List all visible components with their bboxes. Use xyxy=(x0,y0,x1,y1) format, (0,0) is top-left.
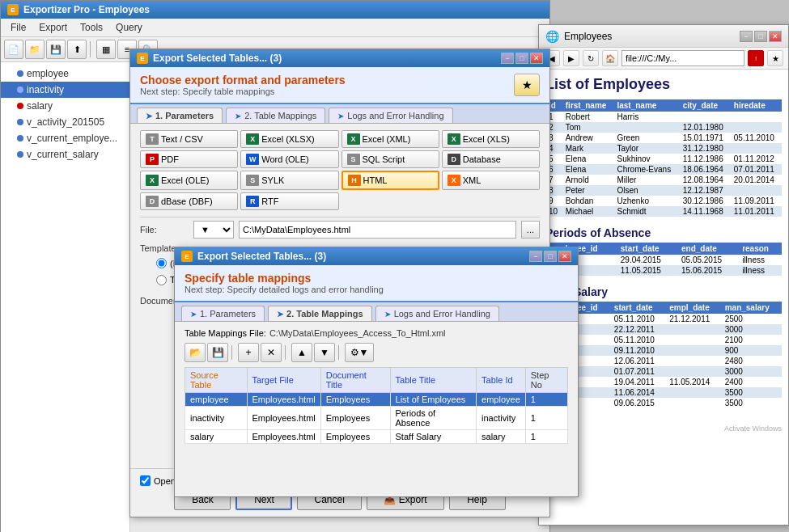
dialog-front-header-subtitle: Next step: Specify detailed logs and err… xyxy=(185,285,568,294)
sidebar-dot xyxy=(17,135,23,141)
mappings-open-btn[interactable]: 📂 xyxy=(185,343,206,362)
menu-tools[interactable]: Tools xyxy=(74,20,109,35)
list-item: 312.06.20112480 xyxy=(545,356,782,366)
radio-none-input[interactable] xyxy=(156,258,167,268)
section2-title: Periods of Absence xyxy=(545,226,782,239)
row1-source: employee xyxy=(185,393,248,407)
format-text-csv[interactable]: T Text / CSV xyxy=(140,130,238,148)
file-type-select[interactable]: ▼ xyxy=(193,221,234,239)
dialog-back-header-subtitle: Next step: Specify table mappings xyxy=(140,87,346,96)
format-pdf[interactable]: P PDF xyxy=(140,150,238,168)
format-dbase[interactable]: D dBase (DBF) xyxy=(140,192,238,210)
tab-arrow: ➤ xyxy=(384,310,391,319)
format-excel-xlsx[interactable]: X Excel (XLSX) xyxy=(240,130,338,148)
browser-home-btn[interactable]: 🏠 xyxy=(602,50,618,66)
dialog-front-controls: − □ ✕ xyxy=(529,251,571,262)
csv-icon: T xyxy=(146,133,159,145)
star-button[interactable]: ★ xyxy=(514,74,540,96)
format-sylk[interactable]: S SYLK xyxy=(240,171,338,190)
xls-icon: X xyxy=(448,133,460,145)
sidebar-item-vcurrent-salary[interactable]: v_current_salary xyxy=(1,146,129,163)
browser-star-btn[interactable]: ★ xyxy=(767,50,783,66)
mappings-settings-btn[interactable]: ⚙▼ xyxy=(345,343,374,362)
dialog-back-close[interactable]: ✕ xyxy=(530,53,543,64)
sidebar-item-salary[interactable]: salary xyxy=(1,98,129,114)
list-item: 222.12.20113000 xyxy=(545,324,782,335)
mappings-toolbar: 📂 💾 + ✕ ▲ ▼ ⚙▼ xyxy=(185,343,568,362)
tab-front-mappings-label: 2. Table Mappings xyxy=(286,309,363,319)
dialog-front-minimize[interactable]: − xyxy=(529,251,542,262)
browser-refresh-btn[interactable]: ↻ xyxy=(583,50,599,66)
sidebar-item-vcurrent-employee[interactable]: v_current_employe... xyxy=(1,130,129,146)
tab-table-mappings[interactable]: ➤ 2. Table Mappings xyxy=(226,108,325,123)
col-doc-title: Document Title xyxy=(320,368,390,393)
format-rtf[interactable]: R RTF xyxy=(240,192,338,210)
file-browse-btn[interactable]: ... xyxy=(521,221,540,239)
format-sql[interactable]: S SQL Script xyxy=(341,150,439,168)
toolbar-grid[interactable]: ▦ xyxy=(96,40,116,59)
toolbar-open[interactable]: 📁 xyxy=(25,40,45,59)
format-word-ole[interactable]: W Word (OLE) xyxy=(240,150,338,168)
dialog-back-minimize[interactable]: − xyxy=(501,53,514,64)
mappings-delete-btn[interactable]: ✕ xyxy=(261,343,282,362)
browser-nav: ◀ ▶ ↻ 🏠 ! ★ xyxy=(539,48,788,70)
browser-forward-btn[interactable]: ▶ xyxy=(563,50,579,66)
radio-template-input[interactable] xyxy=(156,275,167,285)
sidebar-item-employee[interactable]: employee xyxy=(1,65,129,82)
menu-query[interactable]: Query xyxy=(109,20,149,35)
format-excel-ole[interactable]: X Excel (OLE) xyxy=(140,171,238,190)
toolbar-save[interactable]: 💾 xyxy=(46,40,66,59)
browser-go-btn[interactable]: ! xyxy=(748,50,764,66)
menu-file[interactable]: File xyxy=(4,20,32,35)
dialog-front-close[interactable]: ✕ xyxy=(558,251,571,262)
browser-maximize[interactable]: □ xyxy=(754,31,767,42)
row1-doc-title: Employees xyxy=(320,393,390,407)
mappings-save-btn[interactable]: 💾 xyxy=(207,343,228,362)
sidebar-dot xyxy=(17,103,23,109)
browser-close[interactable]: ✕ xyxy=(769,31,782,42)
row2-target: Employees.html xyxy=(247,407,320,430)
table-row[interactable]: employee Employees.html Employees List o… xyxy=(185,393,568,407)
row1-target: Employees.html xyxy=(247,393,320,407)
format-html[interactable]: H HTML xyxy=(341,171,439,190)
mappings-add-btn[interactable]: + xyxy=(238,343,259,362)
tab-front-logs[interactable]: ➤ Logs and Error Handling xyxy=(375,306,499,321)
toolbar-new[interactable]: 📄 xyxy=(4,40,23,59)
open-target-checkbox[interactable] xyxy=(140,475,151,486)
tab-front-parameters[interactable]: ➤ 1. Parameters xyxy=(181,306,265,321)
format-excel-xml[interactable]: X Excel (XML) xyxy=(341,130,439,148)
tab-parameters[interactable]: ➤ 1. Parameters xyxy=(137,108,223,123)
dialog-back-header-title: Choose export format and parameters xyxy=(140,74,346,87)
list-item: 529.04.201505.05.2015illness xyxy=(545,255,782,265)
dialog-front-restore[interactable]: □ xyxy=(544,251,557,262)
browser-minimize[interactable]: − xyxy=(740,31,753,42)
table-row[interactable]: salary Employees.html Employees Staff Sa… xyxy=(185,430,568,444)
format-excel-xls[interactable]: X Excel (XLS) xyxy=(442,130,540,148)
table-row[interactable]: inactivity Employees.html Employees Peri… xyxy=(185,407,568,430)
dialog-front-body: Table Mappings File: C:\MyData\Employees… xyxy=(175,322,578,450)
format-xml[interactable]: X XML xyxy=(442,171,540,190)
sidebar-item-vactivity[interactable]: v_activity_201505 xyxy=(1,114,129,130)
browser-address-bar[interactable] xyxy=(621,50,744,66)
sidebar-item-inactivity[interactable]: inactivity xyxy=(1,82,129,98)
toolbar-export[interactable]: ⬆ xyxy=(67,40,87,59)
col-mansalary: man_salary xyxy=(722,302,782,314)
mappings-down-btn[interactable]: ▼ xyxy=(314,343,335,362)
list-item: 6ElenaChrome-Evans18.06.196407.01.2011 xyxy=(545,164,782,175)
row3-source: salary xyxy=(185,430,248,444)
rtf-icon: R xyxy=(246,196,259,207)
db-icon: D xyxy=(448,154,460,165)
sidebar-dot xyxy=(17,151,23,158)
file-path-input[interactable] xyxy=(239,221,516,239)
tab-logs[interactable]: ➤ Logs and Error Handling xyxy=(329,108,452,123)
tab-front-mappings[interactable]: ➤ 2. Table Mappings xyxy=(268,306,372,321)
menu-export[interactable]: Export xyxy=(32,20,74,35)
sylk-icon: S xyxy=(246,175,259,186)
dialog-back-header: Choose export format and parameters Next… xyxy=(130,67,549,104)
mappings-up-btn[interactable]: ▲ xyxy=(291,343,312,362)
dialog-back-restore[interactable]: □ xyxy=(515,53,528,64)
row2-source: inactivity xyxy=(185,407,248,430)
tab-mappings-label: 2. Table Mappings xyxy=(244,111,316,120)
format-database[interactable]: D Database xyxy=(442,150,540,168)
col-empldate: empl_date xyxy=(666,302,721,314)
